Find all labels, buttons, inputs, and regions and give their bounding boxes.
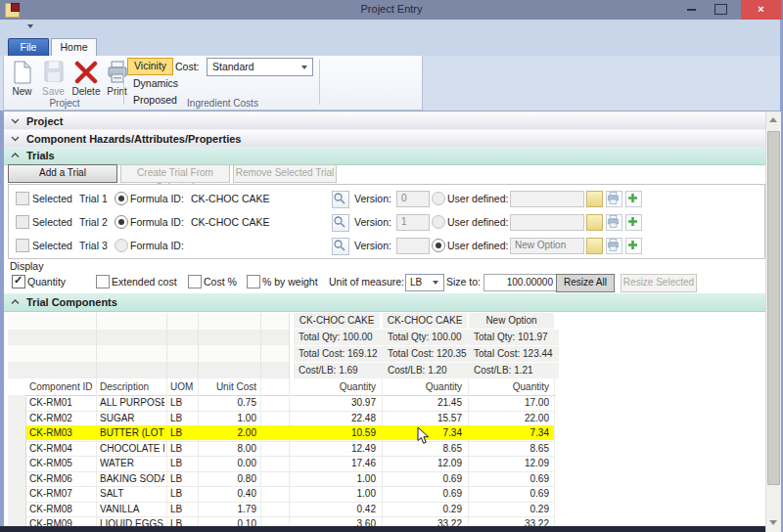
print-trial-button[interactable] xyxy=(606,238,622,254)
add-plus-button[interactable] xyxy=(625,191,642,207)
extended-cost-checkbox[interactable] xyxy=(96,275,110,288)
add-plus-button[interactable] xyxy=(625,214,642,231)
header-description[interactable]: Description xyxy=(100,378,164,395)
display-label: Display xyxy=(10,260,43,273)
cost-percent-checkbox[interactable] xyxy=(188,275,202,288)
dynamics-option[interactable]: Dynamics xyxy=(127,76,184,92)
user-defined-radio[interactable] xyxy=(432,192,445,205)
table-row[interactable]: CK-RM05 WATER LB 0.00 17.46 12.09 12.09 xyxy=(8,456,554,472)
quantity1-cell: 1.00 xyxy=(294,486,376,501)
selected-checkbox[interactable] xyxy=(16,192,29,205)
vicinity-option[interactable]: Vicinity xyxy=(127,58,173,75)
row-selector[interactable] xyxy=(8,441,26,457)
size-to-input[interactable]: 100.00000 xyxy=(484,274,558,291)
user-defined-field[interactable]: New Option xyxy=(510,238,584,254)
selected-checkbox[interactable] xyxy=(16,215,29,229)
table-row[interactable]: CK-RM01 ALL PURPOSE FLO LB 0.75 30.97 21… xyxy=(8,395,554,412)
ribbon-tab-row xyxy=(0,37,783,56)
user-defined-radio[interactable] xyxy=(432,215,445,229)
remove-trial-button[interactable]: Remove Selected Trial xyxy=(233,164,337,183)
minimize-button[interactable] xyxy=(687,9,696,11)
header-quantity-1[interactable]: Quantity xyxy=(294,378,376,395)
quantity-checkbox[interactable] xyxy=(12,275,25,288)
unit-of-measure-select[interactable]: LB xyxy=(405,274,444,291)
row-selector[interactable] xyxy=(8,395,26,411)
resize-all-button[interactable]: Resize All xyxy=(556,274,615,292)
user-defined-field[interactable] xyxy=(510,191,584,207)
scroll-up-icon[interactable] xyxy=(769,117,777,122)
search-icon xyxy=(333,239,346,252)
section-header-trials[interactable]: Trials xyxy=(4,147,765,165)
uom-cell: LB xyxy=(170,411,198,425)
row-selector[interactable] xyxy=(8,486,26,502)
create-trial-button[interactable]: Create Trial From Selected xyxy=(120,164,230,183)
table-row[interactable]: CK-RM04 CHOCOLATE FLA LB 8.00 12.49 8.65… xyxy=(8,441,554,458)
trial-column-name: CK-CHOC CAKE xyxy=(383,313,467,329)
selected-checkbox[interactable] xyxy=(16,239,29,252)
tab-file[interactable]: File xyxy=(8,38,49,57)
formula-id-radio[interactable] xyxy=(115,239,128,252)
header-uom[interactable]: UOM xyxy=(170,378,198,395)
cost-percent-label: Cost % xyxy=(204,276,237,288)
row-selector[interactable] xyxy=(8,425,26,441)
table-row[interactable]: CK-RM07 SALT LB 0.40 1.00 0.69 0.69 xyxy=(8,486,554,503)
quantity1-cell: 12.49 xyxy=(294,441,376,456)
row-selector[interactable] xyxy=(8,502,26,517)
scroll-down-icon[interactable] xyxy=(769,520,777,525)
row-selector[interactable] xyxy=(8,456,26,471)
unit-cost-cell: 0.75 xyxy=(198,395,256,410)
chevron-down-icon xyxy=(11,136,20,142)
table-row-highlighted[interactable]: CK-RM03 BUTTER (LOT) LB 2.00 10.59 7.34 … xyxy=(8,425,554,442)
cost-select[interactable]: Standard xyxy=(207,58,313,76)
quantity3-cell: 0.29 xyxy=(469,502,549,516)
header-quantity-2[interactable]: Quantity xyxy=(383,378,462,395)
scrollbar-thumb[interactable] xyxy=(767,131,780,485)
header-component-id[interactable]: Component ID xyxy=(29,378,96,395)
row-selector[interactable] xyxy=(8,471,26,487)
tab-home[interactable]: Home xyxy=(51,38,97,57)
unit-of-measure-label: Unit of measure: xyxy=(329,276,404,288)
user-defined-label: User defined: xyxy=(447,193,508,205)
quantity1-cell: 17.46 xyxy=(294,456,376,470)
vertical-scrollbar[interactable] xyxy=(765,111,781,532)
version-field[interactable]: 0 xyxy=(396,191,430,207)
note-icon[interactable] xyxy=(586,214,603,231)
section-header-project[interactable]: Project xyxy=(4,111,765,131)
header-quantity-3[interactable]: Quantity xyxy=(469,378,549,395)
user-defined-radio[interactable] xyxy=(432,239,445,252)
total-qty: Total Qty: 101.97 xyxy=(469,330,559,345)
formula-search-button[interactable] xyxy=(332,191,349,208)
component-id-cell: CK-RM04 xyxy=(29,441,96,456)
print-trial-button[interactable] xyxy=(606,214,622,231)
formula-search-button[interactable] xyxy=(332,238,349,255)
header-unit-cost[interactable]: Unit Cost xyxy=(198,378,256,395)
note-icon[interactable] xyxy=(586,238,603,254)
add-plus-button[interactable] xyxy=(625,238,642,254)
formula-id-radio[interactable] xyxy=(115,215,128,229)
version-field[interactable] xyxy=(396,238,430,254)
table-row[interactable]: CK-RM08 VANILLA LB 1.79 0.42 0.29 0.29 xyxy=(8,502,554,518)
table-row[interactable]: CK-RM06 BAKING SODA LB 0.80 1.00 0.69 0.… xyxy=(8,471,554,488)
formula-id-radio[interactable] xyxy=(115,192,128,205)
description-cell: VANILLA xyxy=(100,502,164,516)
quantity3-cell: 17.00 xyxy=(469,395,549,410)
quantity3-cell: 22.00 xyxy=(469,411,549,425)
note-icon[interactable] xyxy=(586,191,603,207)
resize-selected-button[interactable]: Resize Selected xyxy=(621,274,697,292)
row-selector[interactable] xyxy=(8,411,26,426)
percent-by-weight-checkbox[interactable] xyxy=(247,275,260,288)
user-defined-field[interactable] xyxy=(510,214,584,231)
print-trial-button[interactable] xyxy=(606,191,622,207)
quick-access-dropdown-icon[interactable] xyxy=(27,24,33,28)
chevron-down-icon xyxy=(301,66,307,69)
section-header-trial-components[interactable]: Trial Components xyxy=(4,293,765,312)
table-row[interactable]: CK-RM02 SUGAR LB 1.00 22.48 15.57 22.00 xyxy=(8,411,554,427)
add-trial-button[interactable]: Add a Trial xyxy=(8,164,117,183)
title-bar: Project Entry × xyxy=(0,0,783,21)
trials-panel: Selected Trial 1 Formula ID: CK-CHOC CAK… xyxy=(8,184,765,259)
section-header-hazards[interactable]: Component Hazards/Attributes/Properties xyxy=(4,129,765,149)
maximize-button[interactable] xyxy=(714,4,727,15)
close-button[interactable]: × xyxy=(741,0,781,20)
version-field[interactable]: 1 xyxy=(396,214,430,231)
formula-search-button[interactable] xyxy=(332,214,349,232)
